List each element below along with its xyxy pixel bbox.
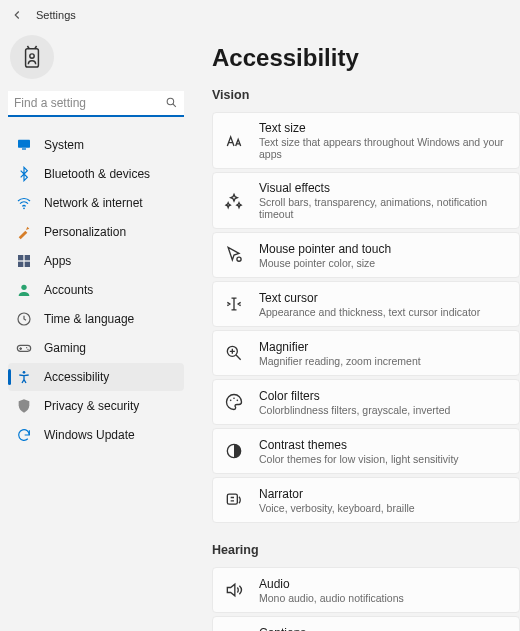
sidebar-item-label: Privacy & security — [44, 399, 139, 413]
sidebar-item-update[interactable]: Windows Update — [8, 421, 184, 449]
svg-point-10 — [21, 285, 26, 290]
card-title: Captions — [259, 626, 306, 632]
card-title: Text cursor — [259, 291, 480, 305]
setting-card-contrast-themes[interactable]: Contrast themesColor themes for low visi… — [212, 428, 520, 474]
setting-card-narrator[interactable]: NarratorVoice, verbosity, keyboard, brai… — [212, 477, 520, 523]
apps-icon — [16, 253, 32, 269]
setting-card-color-filters[interactable]: Color filtersColorblindness filters, gra… — [212, 379, 520, 425]
sidebar-item-gaming[interactable]: Gaming — [8, 334, 184, 362]
monitor-icon — [16, 137, 32, 153]
svg-point-2 — [167, 98, 174, 105]
setting-card-magnifier[interactable]: MagnifierMagnifier reading, zoom increme… — [212, 330, 520, 376]
card-subtitle: Text size that appears throughout Window… — [259, 136, 509, 160]
sidebar-item-privacy[interactable]: Privacy & security — [8, 392, 184, 420]
page-title: Accessibility — [212, 44, 520, 72]
card-title: Narrator — [259, 487, 415, 501]
sidebar-item-label: Network & internet — [44, 196, 143, 210]
card-subtitle: Mouse pointer color, size — [259, 257, 391, 269]
card-subtitle: Appearance and thickness, text cursor in… — [259, 306, 480, 318]
svg-point-14 — [27, 349, 28, 350]
back-button[interactable] — [8, 6, 26, 24]
sidebar-item-system[interactable]: System — [8, 131, 184, 159]
sidebar-item-network[interactable]: Network & internet — [8, 189, 184, 217]
setting-card-mouse-pointer-and-touch[interactable]: Mouse pointer and touchMouse pointer col… — [212, 232, 520, 278]
accessibility-icon — [16, 369, 32, 385]
svg-rect-22 — [227, 494, 237, 504]
svg-rect-3 — [18, 140, 30, 148]
sidebar-item-label: Accessibility — [44, 370, 109, 384]
card-subtitle: Colorblindness filters, grayscale, inver… — [259, 404, 450, 416]
avatar-placeholder-icon — [21, 44, 43, 70]
svg-point-5 — [23, 207, 25, 209]
user-avatar[interactable] — [10, 35, 54, 79]
card-title: Color filters — [259, 389, 450, 403]
sidebar-item-label: Time & language — [44, 312, 134, 326]
pointer-icon — [223, 244, 245, 266]
sidebar: SystemBluetooth & devicesNetwork & inter… — [0, 26, 192, 631]
setting-card-audio[interactable]: AudioMono audio, audio notifications — [212, 567, 520, 613]
app-title: Settings — [36, 9, 76, 21]
back-arrow-icon — [10, 8, 24, 22]
update-icon — [16, 427, 32, 443]
sidebar-nav: SystemBluetooth & devicesNetwork & inter… — [8, 131, 184, 449]
card-subtitle: Magnifier reading, zoom increment — [259, 355, 421, 367]
clock-icon — [16, 311, 32, 327]
svg-point-19 — [233, 397, 235, 399]
effects-icon — [223, 190, 245, 212]
svg-point-13 — [26, 347, 27, 348]
sidebar-item-bluetooth[interactable]: Bluetooth & devices — [8, 160, 184, 188]
title-bar: Settings — [0, 0, 520, 26]
setting-card-text-size[interactable]: Text sizeText size that appears througho… — [212, 112, 520, 169]
sidebar-item-apps[interactable]: Apps — [8, 247, 184, 275]
svg-rect-6 — [18, 255, 23, 260]
wifi-icon — [16, 195, 32, 211]
search-icon — [165, 96, 178, 109]
gamepad-icon — [16, 340, 32, 356]
section-header-vision: Vision — [212, 88, 520, 102]
person-icon — [16, 282, 32, 298]
svg-point-18 — [230, 400, 232, 402]
svg-point-20 — [237, 400, 239, 402]
cursor-icon — [223, 293, 245, 315]
card-title: Magnifier — [259, 340, 421, 354]
search-input[interactable] — [8, 91, 184, 117]
shield-icon — [16, 398, 32, 414]
svg-rect-7 — [25, 255, 30, 260]
sidebar-item-label: Gaming — [44, 341, 86, 355]
bluetooth-icon — [16, 166, 32, 182]
card-title: Text size — [259, 121, 509, 135]
svg-rect-9 — [25, 262, 30, 267]
search-container — [8, 91, 184, 117]
narrator-icon — [223, 489, 245, 511]
svg-rect-8 — [18, 262, 23, 267]
sidebar-item-personalization[interactable]: Personalization — [8, 218, 184, 246]
content: Accessibility VisionText sizeText size t… — [192, 26, 520, 631]
brush-icon — [16, 224, 32, 240]
textsize-icon — [223, 130, 245, 152]
card-title: Audio — [259, 577, 404, 591]
setting-card-captions[interactable]: CCCaptionsStyles — [212, 616, 520, 631]
palette-icon — [223, 391, 245, 413]
sidebar-item-label: Personalization — [44, 225, 126, 239]
sidebar-item-accounts[interactable]: Accounts — [8, 276, 184, 304]
card-subtitle: Mono audio, audio notifications — [259, 592, 404, 604]
sidebar-item-label: Windows Update — [44, 428, 135, 442]
card-title: Mouse pointer and touch — [259, 242, 391, 256]
svg-point-1 — [30, 54, 34, 58]
contrast-icon — [223, 440, 245, 462]
sidebar-item-label: Accounts — [44, 283, 93, 297]
sidebar-item-accessibility[interactable]: Accessibility — [8, 363, 184, 391]
card-title: Contrast themes — [259, 438, 459, 452]
sidebar-item-label: System — [44, 138, 84, 152]
svg-point-15 — [23, 371, 26, 374]
svg-point-16 — [237, 257, 241, 261]
setting-card-visual-effects[interactable]: Visual effectsScroll bars, transparency,… — [212, 172, 520, 229]
audio-icon — [223, 579, 245, 601]
magnifier-icon — [223, 342, 245, 364]
setting-card-text-cursor[interactable]: Text cursorAppearance and thickness, tex… — [212, 281, 520, 327]
svg-rect-4 — [22, 148, 26, 149]
card-title: Visual effects — [259, 181, 509, 195]
card-subtitle: Color themes for low vision, light sensi… — [259, 453, 459, 465]
card-subtitle: Scroll bars, transparency, animations, n… — [259, 196, 509, 220]
sidebar-item-time[interactable]: Time & language — [8, 305, 184, 333]
